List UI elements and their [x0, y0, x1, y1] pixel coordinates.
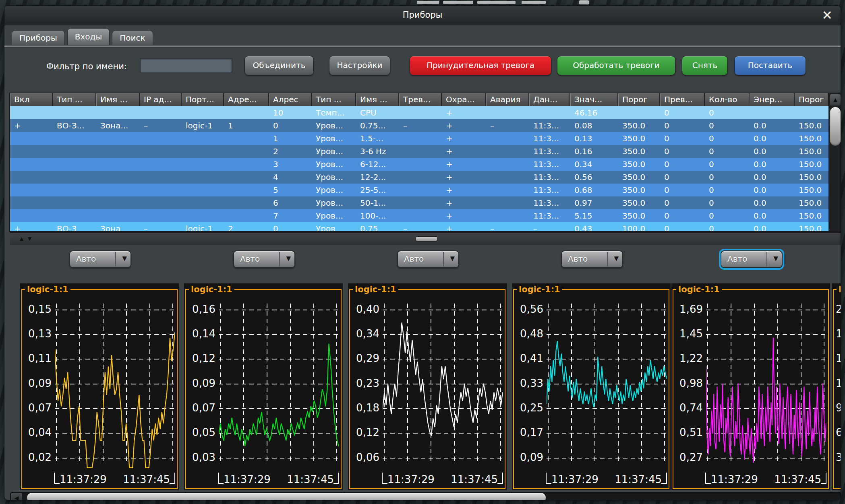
x-tick-label-end: 11:37:45 — [615, 473, 662, 485]
column-header[interactable]: Энер... — [750, 93, 795, 106]
horizontal-scroll-thumb[interactable] — [27, 493, 546, 500]
horizontal-scrollbar[interactable]: ◀ — [10, 492, 841, 500]
scale-select-value: Авто — [76, 254, 96, 264]
table-cell — [10, 158, 53, 171]
column-header[interactable]: Порт... — [182, 93, 224, 106]
column-header[interactable]: Кол-во — [705, 93, 750, 106]
column-header[interactable]: Имя ... — [356, 93, 399, 106]
table-cell: 0.68 — [570, 184, 618, 196]
filter-input[interactable] — [140, 58, 232, 73]
arm-button[interactable]: Поставить — [734, 56, 806, 75]
table-row[interactable]: 3Уров...6-12...+11:3...0.34350.0000.0150… — [10, 158, 828, 171]
column-header[interactable]: Знач... — [570, 93, 618, 106]
column-header[interactable]: Имя ... — [96, 93, 140, 106]
force-alarm-button[interactable]: Принудительная тревога — [410, 56, 551, 75]
splitter-collapse-up-icon[interactable]: ▲ — [20, 236, 23, 242]
disarm-button[interactable]: Снять — [682, 56, 728, 75]
table-cell: 5 — [269, 184, 312, 196]
column-header[interactable]: IP ад... — [140, 93, 182, 106]
table-cell: + — [442, 106, 486, 119]
scale-select-4[interactable]: Авто▼ — [561, 250, 623, 268]
table-row[interactable]: +ВО-3Зона–logic-120Уров0.75–+––0.43100.0… — [10, 222, 828, 231]
table-cell: 0 — [705, 171, 750, 184]
table-cell: 150.0 — [795, 158, 828, 171]
splitter-collapse-down-icon[interactable]: ▼ — [28, 236, 31, 242]
process-alarms-button[interactable]: Обработать тревоги — [557, 56, 675, 75]
vertical-scrollbar[interactable]: ▲ — [828, 93, 841, 231]
axis-corner-left — [546, 473, 551, 484]
table-cell: 11:3... — [529, 196, 570, 209]
table-cell: 150.0 — [795, 119, 828, 132]
table-cell — [140, 132, 182, 145]
table-row[interactable]: 2Уров...3-6 Hz+11:3...0.16350.0000.0150.… — [10, 145, 828, 158]
merge-button[interactable]: Объединить — [244, 56, 314, 75]
scroll-up-icon[interactable]: ▲ — [830, 94, 841, 105]
column-header[interactable]: Охра... — [442, 93, 486, 106]
y-tick-label: 6 — [836, 426, 841, 438]
axis-corner-right — [661, 473, 667, 484]
column-header[interactable]: Алрес — [269, 93, 312, 106]
y-tick-label: 1,22 — [672, 352, 703, 364]
scale-select-3[interactable]: Авто▼ — [397, 250, 459, 268]
tab-devices[interactable]: Приборы — [12, 30, 65, 45]
column-header[interactable]: Авария — [486, 93, 529, 106]
splitter-bar[interactable]: ▲ ▼ — [10, 232, 841, 246]
y-tick-label: 0,34 — [349, 328, 379, 340]
table-cell: 150.0 — [795, 145, 828, 158]
axis-corner-right — [497, 473, 503, 484]
scale-select-5[interactable]: Авто▼ — [721, 250, 783, 268]
table-cell — [10, 145, 53, 158]
waveform — [383, 301, 503, 469]
axis-corner-left — [54, 473, 60, 484]
close-button[interactable]: ✕ — [822, 7, 833, 23]
tab-inputs[interactable]: Входы — [67, 28, 110, 45]
table-cell — [96, 158, 140, 171]
chart-panel-4: logic-1:10,560,480,410,330,250,170,0911:… — [512, 283, 671, 490]
table-cell: + — [442, 209, 486, 222]
table-cell — [182, 184, 224, 196]
table-cell: + — [442, 222, 486, 231]
table-cell — [53, 209, 96, 222]
scroll-left-icon[interactable]: ◀ — [11, 493, 22, 500]
table-row[interactable]: 1Уров...1.5-...+11:3...0.13350.0000.0150… — [10, 132, 828, 145]
table-cell: 50-1... — [356, 196, 399, 209]
table-row[interactable]: 4Уров...12-2...+11:3...0.56350.0000.0150… — [10, 171, 828, 184]
splitter-grip[interactable] — [415, 236, 438, 242]
table-cell — [486, 171, 529, 184]
column-header[interactable]: Прев... — [660, 93, 705, 106]
table-cell: 0.08 — [570, 119, 618, 132]
select-divider — [766, 252, 767, 266]
column-header[interactable]: Порог — [618, 93, 660, 106]
axis-corner-right — [821, 473, 826, 484]
column-header[interactable]: Адре... — [224, 93, 269, 106]
y-tick-label: 3 — [836, 451, 841, 463]
waveform — [547, 301, 667, 469]
column-header[interactable]: Порог — [795, 93, 828, 106]
scale-select-2[interactable]: Авто▼ — [233, 250, 295, 268]
column-header[interactable]: Тип ... — [53, 93, 96, 106]
column-header[interactable]: Тип ... — [312, 93, 356, 106]
settings-button[interactable]: Настройки — [329, 56, 390, 75]
vertical-scroll-thumb[interactable] — [830, 107, 841, 146]
table-cell: 0.0 — [750, 209, 795, 222]
scale-select-1[interactable]: Авто▼ — [69, 250, 131, 268]
column-header[interactable]: Вкл — [10, 93, 53, 106]
table-row[interactable]: 6Уров...50-1...+11:3...0.97350.0000.0150… — [10, 196, 828, 209]
column-header[interactable]: Дан... — [529, 93, 570, 106]
chevron-down-icon: ▼ — [614, 255, 619, 262]
table-row[interactable]: +ВО-З...Зона...–logic-110Уров...0.75...–… — [10, 119, 828, 132]
table-cell: 1.5-... — [356, 132, 399, 145]
table-cell — [486, 132, 529, 145]
table-cell: 350.0 — [618, 145, 660, 158]
table-row[interactable]: 7Уров...100-...+11:3...5.15350.0000.0150… — [10, 209, 828, 222]
table-cell: 0 — [660, 171, 705, 184]
plot-area — [55, 301, 175, 469]
table-row[interactable]: 10Темп...CPU+46.1600 — [10, 106, 828, 119]
column-header[interactable]: Трев... — [399, 93, 442, 106]
table-row[interactable]: 5Уров...25-5...+11:3...0.68350.0000.0150… — [10, 184, 828, 196]
table-cell: 0 — [660, 222, 705, 231]
x-tick-label-start: 11:37:29 — [551, 473, 599, 485]
table-cell: 0.0 — [750, 222, 795, 231]
tab-search[interactable]: Поиск — [112, 30, 153, 45]
y-tick-label: 0,25 — [513, 402, 543, 414]
